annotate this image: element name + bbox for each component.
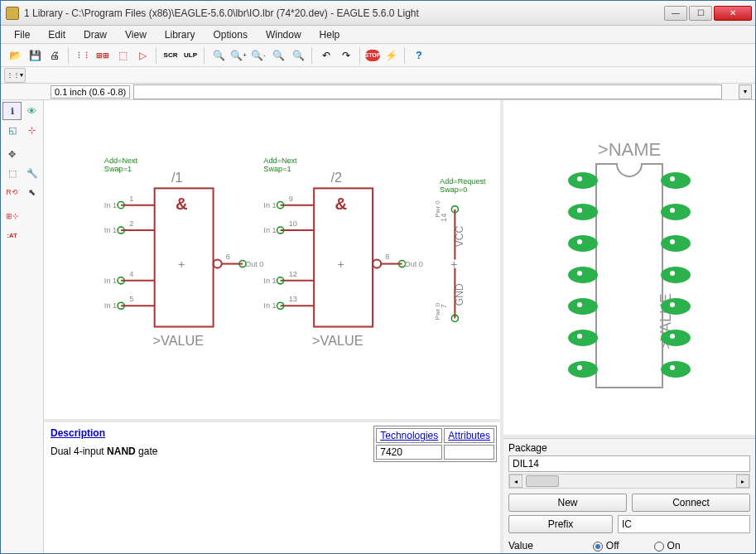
description-header[interactable]: Description bbox=[51, 427, 105, 439]
redo-icon[interactable]: ↷ bbox=[337, 46, 355, 65]
schematic-canvas[interactable]: Add=Next Swap=1 /1 & + >VALUE In 11 In 1… bbox=[44, 100, 500, 422]
svg-text:In 1: In 1 bbox=[104, 226, 117, 234]
open-icon[interactable]: 📂 bbox=[6, 46, 24, 65]
connect-button[interactable]: Connect bbox=[632, 494, 750, 512]
value-off-radio[interactable] bbox=[593, 542, 603, 552]
menu-help[interactable]: Help bbox=[311, 27, 349, 42]
menu-library[interactable]: Library bbox=[156, 27, 204, 42]
svg-text:GND: GND bbox=[455, 283, 466, 306]
power-add: Add=Request bbox=[440, 177, 486, 185]
sym-icon[interactable]: ▷ bbox=[133, 46, 152, 65]
menubar: File Edit Draw View Library Options Wind… bbox=[1, 26, 755, 44]
gate2-sym: & bbox=[335, 195, 347, 213]
svg-point-84 bbox=[670, 365, 675, 370]
move-tool-icon[interactable]: ✥ bbox=[2, 145, 22, 163]
svg-point-66 bbox=[577, 302, 582, 307]
new-button[interactable]: New bbox=[508, 494, 627, 512]
main-toolbar: 📂 💾 🖨 ⋮⋮ ⊞⊞ ⬚ ▷ SCR ULP 🔍 🔍+ 🔍- 🔍 🔍 ↶ ↷ … bbox=[1, 44, 755, 67]
toc-icon[interactable]: ⋮⋮ bbox=[74, 46, 92, 65]
grid-icon[interactable]: ⋮⋮▾ bbox=[4, 68, 26, 83]
svg-text:In 1: In 1 bbox=[263, 201, 276, 210]
zoom-in-icon[interactable]: 🔍+ bbox=[229, 46, 248, 65]
menu-file[interactable]: File bbox=[6, 27, 38, 42]
help-icon[interactable]: ? bbox=[410, 46, 428, 65]
svg-point-75 bbox=[661, 235, 691, 252]
ulp-icon[interactable]: ULP bbox=[181, 46, 200, 65]
coordinate-display: 0.1 inch (0.6 -0.8) bbox=[51, 85, 130, 99]
svg-text:13: 13 bbox=[289, 295, 297, 303]
add-tool-icon[interactable]: ⊞⊹ bbox=[2, 207, 22, 225]
svg-point-69 bbox=[568, 361, 598, 378]
pkg-icon[interactable]: ⬚ bbox=[113, 46, 132, 65]
scr-icon[interactable]: SCR bbox=[161, 46, 180, 65]
description-text: Dual 4-input NAND gate bbox=[51, 446, 364, 457]
 bbox=[22, 207, 41, 225]
command-input[interactable] bbox=[133, 84, 722, 99]
command-history-dropdown[interactable]: ▾ bbox=[739, 84, 752, 99]
svg-text:In 1: In 1 bbox=[104, 201, 117, 210]
svg-text:10: 10 bbox=[289, 219, 297, 228]
show-tool-icon[interactable]: 👁 bbox=[22, 102, 41, 120]
info-tool-icon[interactable]: ℹ bbox=[2, 102, 22, 120]
menu-view[interactable]: View bbox=[117, 27, 155, 42]
prefix-button[interactable]: Prefix bbox=[508, 515, 613, 533]
svg-point-79 bbox=[661, 298, 691, 315]
svg-text:4: 4 bbox=[129, 270, 133, 278]
undo-icon[interactable]: ↶ bbox=[317, 46, 335, 65]
dev-icon[interactable]: ⊞⊞ bbox=[94, 46, 112, 65]
scroll-left-icon[interactable]: ◂ bbox=[509, 475, 522, 488]
close-button[interactable]: ✕ bbox=[714, 6, 752, 21]
wrench-tool-icon[interactable]: 🔧 bbox=[22, 164, 41, 182]
gate1-sym: & bbox=[176, 195, 188, 213]
print-icon[interactable]: 🖨 bbox=[46, 46, 64, 65]
maximize-button[interactable]: ☐ bbox=[689, 6, 712, 21]
stop-icon[interactable]: STOP bbox=[365, 50, 380, 61]
svg-text:In 1: In 1 bbox=[104, 301, 117, 310]
svg-text:Pwr 0: Pwr 0 bbox=[434, 302, 441, 320]
tool-palette: ℹ👁 ◱⊹ ✥ ⬚🔧 R⟲⬉ ⊞⊹ :AT bbox=[1, 100, 44, 554]
gate1-add: Add=Next bbox=[104, 157, 138, 165]
power-swap: Swap=0 bbox=[440, 185, 467, 194]
package-name[interactable]: DIL14 bbox=[508, 455, 750, 472]
tech-header[interactable]: Technologies bbox=[376, 428, 442, 443]
value-label: Value bbox=[508, 540, 533, 552]
minimize-button[interactable]: — bbox=[664, 6, 687, 21]
text-tool-icon[interactable]: :AT bbox=[2, 226, 22, 244]
menu-window[interactable]: Window bbox=[258, 27, 310, 42]
svg-point-74 bbox=[670, 208, 675, 213]
svg-point-81 bbox=[661, 330, 691, 346]
save-icon[interactable]: 💾 bbox=[26, 46, 44, 65]
svg-text:9: 9 bbox=[289, 195, 293, 203]
zoom-out-icon[interactable]: 🔍- bbox=[249, 46, 267, 65]
gate1-swap: Swap=1 bbox=[104, 165, 132, 173]
menu-options[interactable]: Options bbox=[205, 27, 256, 42]
svg-text:1: 1 bbox=[129, 195, 133, 203]
tech-value[interactable]: 7420 bbox=[376, 445, 442, 460]
zoom-redraw-icon[interactable]: 🔍 bbox=[269, 46, 287, 65]
svg-point-63 bbox=[568, 267, 598, 283]
svg-text:2: 2 bbox=[129, 219, 133, 228]
layers-tool-icon[interactable]: ◱ bbox=[2, 121, 22, 139]
package-scrollbar[interactable]: ◂ ▸ bbox=[508, 474, 750, 489]
svg-text:In 1: In 1 bbox=[263, 277, 276, 285]
package-canvas[interactable]: >NAME >VALUE bbox=[503, 100, 755, 438]
svg-point-72 bbox=[670, 176, 675, 181]
rename-tool-icon[interactable]: R⟲ bbox=[2, 183, 22, 201]
attr-header[interactable]: Attributes bbox=[444, 428, 494, 443]
svg-point-60 bbox=[577, 208, 582, 213]
zoom-select-icon[interactable]: 🔍 bbox=[289, 46, 307, 65]
gate2-swap: Swap=1 bbox=[263, 165, 291, 173]
zoom-fit-icon[interactable]: 🔍 bbox=[209, 46, 228, 65]
value-on-radio[interactable] bbox=[654, 542, 664, 552]
svg-text:8: 8 bbox=[385, 253, 389, 262]
select-tool-icon[interactable]: ⬚ bbox=[2, 164, 22, 182]
prefix-input[interactable] bbox=[618, 515, 750, 533]
scroll-right-icon[interactable]: ▸ bbox=[736, 475, 749, 488]
menu-draw[interactable]: Draw bbox=[75, 27, 115, 42]
mark-tool-icon[interactable]: ⊹ bbox=[22, 121, 41, 139]
svg-text:+: + bbox=[178, 258, 185, 271]
select-cursor-icon[interactable]: ⬉ bbox=[22, 183, 41, 201]
menu-edit[interactable]: Edit bbox=[40, 27, 74, 42]
svg-point-83 bbox=[661, 361, 691, 378]
go-icon[interactable]: ⚡ bbox=[382, 46, 400, 65]
